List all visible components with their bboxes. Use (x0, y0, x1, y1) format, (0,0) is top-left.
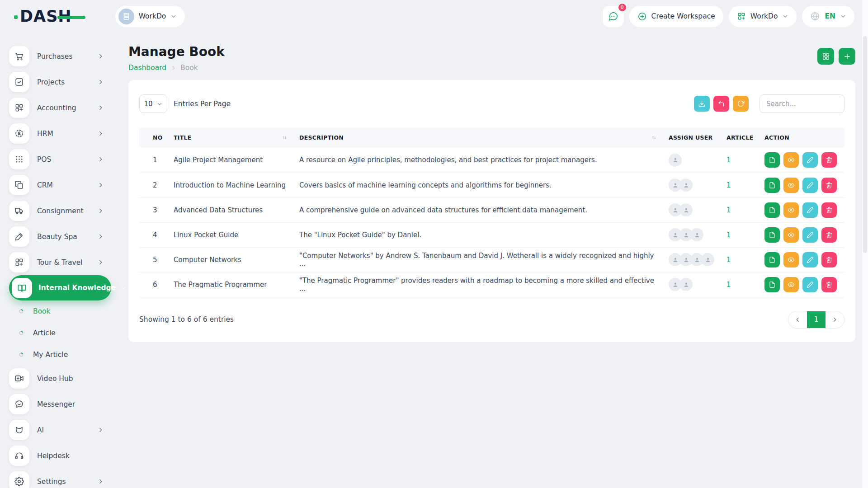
book-description: A resource on Agile principles, methodol… (296, 148, 665, 173)
row-actions (764, 202, 841, 218)
article-count-link[interactable]: 1 (726, 181, 731, 189)
add-book-button[interactable] (839, 48, 855, 65)
view-button[interactable] (783, 277, 799, 292)
delete-button[interactable] (821, 277, 837, 292)
pagination-next-button[interactable] (826, 311, 844, 328)
reset-button[interactable] (713, 96, 729, 112)
copy-icon (9, 175, 29, 195)
view-button[interactable] (783, 227, 799, 243)
scrollbar-thumb[interactable] (863, 36, 867, 253)
edit-button[interactable] (802, 202, 818, 218)
view-button[interactable] (783, 152, 799, 168)
trash-icon (826, 206, 833, 214)
export-button[interactable] (694, 96, 710, 112)
article-count-link[interactable]: 1 (726, 256, 731, 264)
articles-button[interactable] (764, 178, 780, 193)
gear-icon (9, 471, 29, 488)
delete-button[interactable] (821, 202, 837, 218)
column-header-description[interactable]: DESCRIPTION (296, 127, 665, 148)
articles-button[interactable] (764, 277, 780, 292)
pagination-prev-button[interactable] (788, 311, 807, 328)
sidebar-item-purchases[interactable]: Purchases (9, 43, 111, 69)
sidebar-item-pos[interactable]: POS (9, 146, 111, 172)
sidebar-item-messenger[interactable]: Messenger (9, 391, 111, 417)
sidebar-item-label: Tour & Travel (37, 258, 83, 267)
user-avatar (669, 154, 682, 167)
assigned-users (669, 228, 719, 241)
sidebar-item-label: Article (33, 329, 56, 337)
sidebar-item-label: CRM (37, 181, 53, 189)
edit-button[interactable] (802, 277, 818, 292)
sidebar-item-consignment[interactable]: Consignment (9, 198, 111, 224)
create-workspace-button[interactable]: Create Workspace (629, 6, 723, 27)
chevron-down-icon (782, 13, 788, 19)
sidebar-item-article[interactable]: Article (9, 322, 111, 344)
articles-button[interactable] (764, 227, 780, 243)
edit-button[interactable] (802, 227, 818, 243)
breadcrumb-dashboard-link[interactable]: Dashboard (128, 64, 166, 72)
book-open-icon (12, 278, 32, 298)
plus-icon (843, 52, 851, 61)
donut-icon (19, 309, 24, 314)
articles-button[interactable] (764, 252, 780, 267)
sidebar-item-ai[interactable]: AI (9, 417, 111, 443)
delete-button[interactable] (821, 152, 837, 168)
chevron-right-icon (97, 104, 104, 111)
sidebar-item-my-article[interactable]: My Article (9, 344, 111, 366)
refresh-icon (737, 100, 745, 108)
article-count-link[interactable]: 1 (726, 281, 731, 289)
delete-button[interactable] (821, 178, 837, 193)
sidebar-item-video-hub[interactable]: Video Hub (9, 366, 111, 391)
chevron-right-icon (97, 207, 104, 214)
column-header-no: NO (139, 127, 170, 148)
chevron-right-icon (97, 156, 104, 163)
grid-view-button[interactable] (817, 48, 834, 65)
row-number: 3 (139, 197, 170, 222)
app-switcher[interactable]: WorkDo (729, 6, 797, 27)
truck-icon (9, 201, 29, 221)
sidebar-item-hrm[interactable]: HRM (9, 121, 111, 146)
edit-button[interactable] (802, 252, 818, 267)
search-input[interactable] (760, 94, 844, 113)
brand-logo[interactable]: DASH (20, 7, 72, 25)
column-header-title[interactable]: TITLE (170, 127, 296, 148)
sidebar-item-tour-travel[interactable]: Tour & Travel (9, 249, 111, 275)
sidebar-item-accounting[interactable]: Accounting (9, 95, 111, 121)
sidebar-item-beauty-spa[interactable]: Beauty Spa (9, 224, 111, 249)
article-count-link[interactable]: 1 (726, 206, 731, 214)
reload-button[interactable] (733, 96, 749, 112)
view-button[interactable] (783, 202, 799, 218)
sidebar-item-crm[interactable]: CRM (9, 172, 111, 198)
entries-per-page-select[interactable]: 10 (139, 94, 167, 113)
delete-button[interactable] (821, 252, 837, 267)
scrollbar[interactable] (862, 0, 868, 488)
language-selector[interactable]: EN (802, 6, 854, 27)
view-button[interactable] (783, 178, 799, 193)
workspace-selector[interactable]: WorkDo (115, 6, 185, 27)
book-description: "Computer Networks" by Andrew S. Tanenba… (296, 247, 665, 272)
articles-button[interactable] (764, 152, 780, 168)
edit-button[interactable] (802, 152, 818, 168)
eye-icon (788, 256, 795, 263)
sidebar-item-internal-knowledge[interactable]: Internal Knowledge (9, 275, 111, 300)
assigned-users (669, 278, 719, 291)
articles-button[interactable] (764, 202, 780, 218)
sidebar-item-helpdesk[interactable]: Helpdesk (9, 443, 111, 469)
book-description: A comprehensive guide on advanced data s… (296, 197, 665, 222)
pagination-page-1[interactable]: 1 (807, 311, 826, 328)
sidebar-item-projects[interactable]: Projects (9, 69, 111, 95)
article-count-link[interactable]: 1 (726, 156, 731, 164)
main-content: Manage Book Dashboard Book 10 Entries Pe… (114, 33, 868, 488)
top-header: DASH WorkDo 0 Create Workspace WorkDo EN (0, 0, 868, 33)
delete-button[interactable] (821, 227, 837, 243)
article-count-link[interactable]: 1 (726, 231, 731, 239)
messages-button[interactable]: 0 (603, 6, 624, 27)
view-button[interactable] (783, 252, 799, 267)
sidebar-item-settings[interactable]: Settings (9, 469, 111, 488)
sidebar-item-book[interactable]: Book (9, 300, 111, 322)
brush-icon (9, 226, 29, 247)
donut-icon (19, 330, 24, 336)
edit-button[interactable] (802, 178, 818, 193)
pencil-icon (807, 231, 814, 239)
pencil-icon (807, 281, 814, 288)
